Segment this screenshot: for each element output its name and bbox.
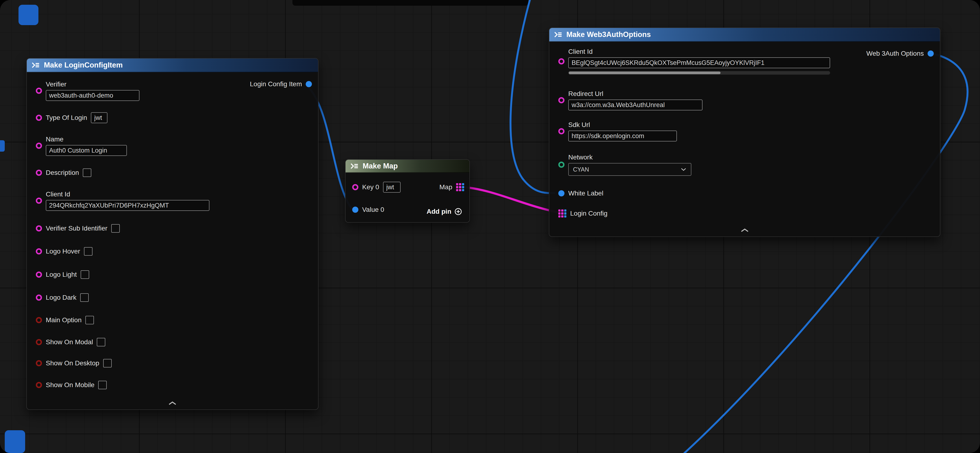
collapse-chevron-icon[interactable] <box>740 228 749 234</box>
verifier-sub-identifier-input[interactable] <box>111 224 120 233</box>
client-id-input[interactable] <box>568 57 830 68</box>
node-header-make-loginconfigitem[interactable]: Make LoginConfigItem <box>27 59 318 72</box>
logo-dark-input[interactable] <box>80 293 89 302</box>
verifier-sub-identifier-label: Verifier Sub Identifier <box>46 225 107 232</box>
chevron-down-icon <box>681 168 687 171</box>
collapse-chevron-icon[interactable] <box>168 401 177 407</box>
verifier-pin[interactable] <box>36 88 42 94</box>
map-output-pin[interactable] <box>456 183 464 191</box>
pin-row-login-config: Login Config <box>558 207 608 219</box>
client-id-label: Client Id <box>46 190 209 198</box>
white-label-pin[interactable] <box>558 190 565 196</box>
selection-fragment-top-left <box>19 5 38 25</box>
pin-row-show-on-desktop: Show On Desktop <box>36 357 112 369</box>
pin-row-description: Description <box>36 167 91 179</box>
sdk-url-label: Sdk Url <box>568 121 677 129</box>
type-of-login-input[interactable] <box>91 112 107 123</box>
web3auth-options-output-pin[interactable] <box>928 51 934 57</box>
pin-row-logo-light: Logo Light <box>36 269 89 280</box>
main-option-pin[interactable] <box>36 317 42 323</box>
network-dropdown[interactable]: CYAN <box>568 163 691 176</box>
unreal-blueprint-editor: Make LoginConfigItem Login Config Item V… <box>0 0 980 453</box>
pin-row-key0: Key 0 <box>352 181 401 193</box>
main-option-checkbox[interactable] <box>85 316 94 324</box>
add-pin-plus-icon <box>454 207 462 215</box>
name-pin[interactable] <box>36 143 42 149</box>
description-pin[interactable] <box>36 169 42 176</box>
pin-row-login-config-item-out: Login Config Item <box>250 78 312 90</box>
show-on-mobile-pin[interactable] <box>36 382 42 388</box>
node-header-make-web3authoptions[interactable]: Make Web3AuthOptions <box>549 28 940 42</box>
logo-light-input[interactable] <box>81 270 89 279</box>
login-config-item-output-pin[interactable] <box>306 81 312 87</box>
show-on-desktop-pin[interactable] <box>36 360 42 366</box>
pin-row-logo-dark: Logo Dark <box>36 291 89 304</box>
pin-row-logo-hover: Logo Hover <box>36 246 92 257</box>
network-selected-value: CYAN <box>573 166 589 173</box>
redirect-url-pin[interactable] <box>558 97 565 103</box>
client-id-pin[interactable] <box>36 198 42 204</box>
pin-row-type-of-login: Type Of Login <box>36 112 107 124</box>
key0-label: Key 0 <box>362 184 379 191</box>
name-input[interactable] <box>46 145 127 156</box>
logo-light-pin[interactable] <box>36 271 42 278</box>
verifier-input[interactable] <box>46 90 140 101</box>
web3auth-options-output-label: Web 3Auth Options <box>866 50 924 57</box>
node-header-make-map[interactable]: Make Map <box>345 160 469 173</box>
node-make-web3authoptions[interactable]: Make Web3AuthOptions Web 3Auth Options C… <box>549 27 940 237</box>
blueprint-canvas[interactable]: Make LoginConfigItem Login Config Item V… <box>0 0 980 453</box>
pin-row-network: Network CYAN <box>558 154 691 176</box>
node-title: Make Map <box>363 162 398 170</box>
pin-row-main-option: Main Option <box>36 314 94 326</box>
main-option-label: Main Option <box>46 316 81 324</box>
client-id-input[interactable] <box>46 200 209 211</box>
node-make-loginconfigitem[interactable]: Make LoginConfigItem Login Config Item V… <box>26 58 318 410</box>
client-id-scrollbar-thumb[interactable] <box>569 71 721 74</box>
show-on-mobile-label: Show On Mobile <box>46 381 94 389</box>
pin-row-show-on-mobile: Show On Mobile <box>36 379 107 391</box>
pin-row-web3auth-options-out: Web 3Auth Options <box>866 48 934 59</box>
logo-hover-input[interactable] <box>84 247 92 256</box>
value0-pin[interactable] <box>352 207 358 213</box>
show-on-mobile-checkbox[interactable] <box>98 381 107 389</box>
value0-label: Value 0 <box>362 206 384 214</box>
login-config-pin[interactable] <box>558 209 566 217</box>
make-struct-icon <box>554 31 563 38</box>
show-on-desktop-label: Show On Desktop <box>46 360 99 367</box>
logo-light-label: Logo Light <box>46 271 77 279</box>
redirect-url-input[interactable] <box>568 100 703 111</box>
logo-hover-pin[interactable] <box>36 248 42 255</box>
logo-dark-pin[interactable] <box>36 295 42 301</box>
login-config-label: Login Config <box>570 210 608 217</box>
show-on-modal-pin[interactable] <box>36 339 42 345</box>
map-output-label: Map <box>439 184 452 191</box>
pin-row-white-label: White Label <box>558 187 603 199</box>
client-id-scrollbar[interactable] <box>568 71 830 74</box>
key0-pin[interactable] <box>352 184 358 190</box>
selection-fragment-left <box>0 140 5 152</box>
logo-dark-label: Logo Dark <box>46 294 76 301</box>
client-id-label: Client Id <box>568 48 830 55</box>
redirect-url-label: Redirect Url <box>568 90 703 98</box>
sdk-url-input[interactable] <box>568 131 677 141</box>
description-label: Description <box>46 169 79 176</box>
key0-input[interactable] <box>383 182 401 193</box>
node-make-map[interactable]: Make Map Key 0 Value 0 Map Add pin <box>345 159 470 223</box>
network-label: Network <box>568 154 691 161</box>
pin-row-client-id: Client Id <box>558 48 830 74</box>
pin-row-client-id: Client Id <box>36 190 209 211</box>
show-on-modal-checkbox[interactable] <box>97 338 105 346</box>
type-of-login-pin[interactable] <box>36 115 42 121</box>
pin-row-verifier-sub-identifier: Verifier Sub Identifier <box>36 222 120 234</box>
add-pin-button[interactable]: Add pin <box>427 207 462 215</box>
node-title: Make Web3AuthOptions <box>566 30 651 39</box>
white-label-label: White Label <box>568 190 603 197</box>
verifier-label: Verifier <box>46 81 140 88</box>
sdk-url-pin[interactable] <box>558 128 565 134</box>
client-id-pin[interactable] <box>558 58 565 65</box>
show-on-desktop-checkbox[interactable] <box>103 359 112 367</box>
description-input[interactable] <box>83 168 91 177</box>
pin-row-name: Name <box>36 136 127 156</box>
verifier-sub-identifier-pin[interactable] <box>36 225 42 231</box>
network-pin[interactable] <box>558 162 565 168</box>
